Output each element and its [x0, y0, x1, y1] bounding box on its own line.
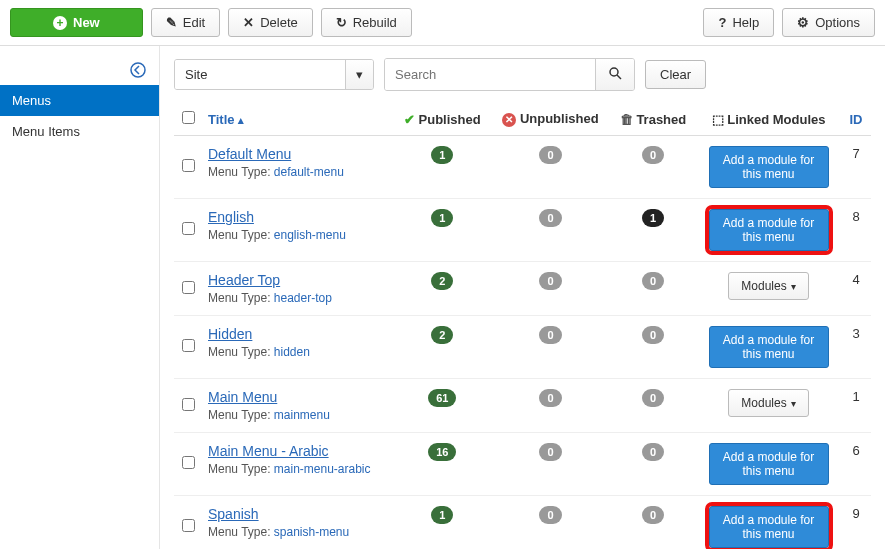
menu-type-link[interactable]: spanish-menu	[274, 525, 349, 539]
menu-type: Menu Type: spanish-menu	[208, 525, 388, 539]
row-checkbox[interactable]	[182, 519, 195, 532]
row-id: 8	[841, 199, 871, 262]
modules-dropdown[interactable]: Modules▾	[728, 272, 808, 300]
new-button[interactable]: + New	[10, 8, 143, 37]
count-badge[interactable]: 0	[539, 272, 561, 290]
menu-type: Menu Type: main-menu-arabic	[208, 462, 388, 476]
menu-title-link[interactable]: Main Menu	[208, 389, 277, 405]
row-checkbox[interactable]	[182, 159, 195, 172]
rebuild-button[interactable]: ↻ Rebuild	[321, 8, 412, 37]
add-module-button[interactable]: Add a module for this menu	[709, 209, 829, 251]
row-checkbox[interactable]	[182, 456, 195, 469]
add-module-button[interactable]: Add a module for this menu	[709, 506, 829, 548]
count-badge[interactable]: 61	[428, 389, 456, 407]
menu-title-link[interactable]: English	[208, 209, 254, 225]
select-all-checkbox[interactable]	[182, 111, 195, 124]
row-checkbox[interactable]	[182, 222, 195, 235]
table-row: EnglishMenu Type: english-menu101Add a m…	[174, 199, 871, 262]
edit-button[interactable]: ✎ Edit	[151, 8, 220, 37]
delete-button[interactable]: ✕ Delete	[228, 8, 313, 37]
row-id: 3	[841, 316, 871, 379]
row-id: 1	[841, 379, 871, 433]
col-unpublished-label: Unpublished	[520, 111, 599, 126]
caret-down-icon: ▾	[791, 281, 796, 292]
count-badge[interactable]: 0	[539, 209, 561, 227]
table-row: Default MenuMenu Type: default-menu100Ad…	[174, 136, 871, 199]
sidebar-item-menu-items[interactable]: Menu Items	[0, 116, 159, 147]
col-trashed-label: Trashed	[636, 112, 686, 127]
menu-type: Menu Type: mainmenu	[208, 408, 388, 422]
count-badge[interactable]: 0	[642, 389, 664, 407]
add-module-button[interactable]: Add a module for this menu	[709, 326, 829, 368]
menu-type: Menu Type: hidden	[208, 345, 388, 359]
options-button-label: Options	[815, 15, 860, 30]
menu-type-link[interactable]: main-menu-arabic	[274, 462, 371, 476]
row-checkbox[interactable]	[182, 281, 195, 294]
menu-title-link[interactable]: Main Menu - Arabic	[208, 443, 329, 459]
menu-type-link[interactable]: default-menu	[274, 165, 344, 179]
count-badge[interactable]: 2	[431, 326, 453, 344]
search-input[interactable]	[385, 59, 595, 90]
sidebar-collapse-button[interactable]	[0, 56, 159, 85]
menu-type: Menu Type: header-top	[208, 291, 388, 305]
col-title-label: Title	[208, 112, 235, 127]
count-badge[interactable]: 0	[539, 506, 561, 524]
sidebar-item-label: Menu Items	[12, 124, 80, 139]
menu-title-link[interactable]: Header Top	[208, 272, 280, 288]
edit-button-label: Edit	[183, 15, 205, 30]
menu-title-link[interactable]: Spanish	[208, 506, 259, 522]
col-published-label: Published	[419, 112, 481, 127]
menu-type-link[interactable]: hidden	[274, 345, 310, 359]
check-icon: ✔	[404, 112, 415, 127]
plus-icon: +	[53, 16, 67, 30]
count-badge[interactable]: 1	[431, 209, 453, 227]
menu-title-link[interactable]: Hidden	[208, 326, 252, 342]
menus-table: Title ▴ ✔ Published ✕ Unpublished 🗑 Tras…	[174, 103, 871, 549]
svg-line-2	[617, 75, 621, 79]
help-button-label: Help	[732, 15, 759, 30]
count-badge[interactable]: 1	[431, 506, 453, 524]
count-badge[interactable]: 0	[539, 443, 561, 461]
count-badge[interactable]: 0	[642, 146, 664, 164]
count-badge[interactable]: 0	[642, 272, 664, 290]
count-badge[interactable]: 0	[642, 443, 664, 461]
count-badge[interactable]: 1	[431, 146, 453, 164]
svg-point-1	[610, 68, 618, 76]
sidebar-item-menus[interactable]: Menus	[0, 85, 159, 116]
caret-down-icon: ▾	[791, 398, 796, 409]
menu-type-link[interactable]: mainmenu	[274, 408, 330, 422]
new-button-label: New	[73, 15, 100, 30]
scope-select-value: Site	[175, 60, 345, 89]
menu-type: Menu Type: english-menu	[208, 228, 388, 242]
menu-title-link[interactable]: Default Menu	[208, 146, 291, 162]
row-checkbox[interactable]	[182, 339, 195, 352]
sort-id[interactable]: ID	[850, 112, 863, 127]
row-id: 4	[841, 262, 871, 316]
row-id: 9	[841, 496, 871, 550]
menu-type-link[interactable]: header-top	[274, 291, 332, 305]
menu-type-link[interactable]: english-menu	[274, 228, 346, 242]
table-row: Header TopMenu Type: header-top200Module…	[174, 262, 871, 316]
help-button[interactable]: ? Help	[703, 8, 774, 37]
count-badge[interactable]: 0	[539, 146, 561, 164]
options-button[interactable]: ⚙ Options	[782, 8, 875, 37]
rebuild-button-label: Rebuild	[353, 15, 397, 30]
count-badge[interactable]: 16	[428, 443, 456, 461]
count-badge[interactable]: 0	[642, 506, 664, 524]
count-badge[interactable]: 0	[539, 326, 561, 344]
count-badge[interactable]: 1	[642, 209, 664, 227]
sort-title[interactable]: Title ▴	[208, 112, 244, 127]
delete-button-label: Delete	[260, 15, 298, 30]
add-module-button[interactable]: Add a module for this menu	[709, 443, 829, 485]
modules-dropdown[interactable]: Modules▾	[728, 389, 808, 417]
row-checkbox[interactable]	[182, 398, 195, 411]
count-badge[interactable]: 0	[539, 389, 561, 407]
x-icon: ✕	[243, 15, 254, 30]
clear-button[interactable]: Clear	[645, 60, 706, 89]
search-button[interactable]	[595, 59, 634, 90]
count-badge[interactable]: 0	[642, 326, 664, 344]
modules-dropdown-label: Modules	[741, 279, 786, 293]
add-module-button[interactable]: Add a module for this menu	[709, 146, 829, 188]
count-badge[interactable]: 2	[431, 272, 453, 290]
scope-select[interactable]: Site ▾	[174, 59, 374, 90]
